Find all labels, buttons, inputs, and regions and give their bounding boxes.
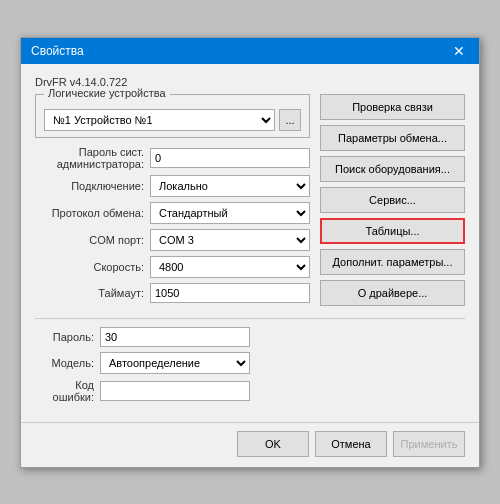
bottom-error-row: Код ошибки: [35, 379, 465, 403]
com-select-wrapper: COM 1 COM 2 COM 3 COM 4 [150, 229, 310, 251]
bottom-section: Пароль: Модель: Автоопределение Код ошиб… [35, 318, 465, 403]
device-select[interactable]: №1 Устройство №1 [44, 109, 275, 131]
exchange-params-button[interactable]: Параметры обмена... [320, 125, 465, 151]
device-row: №1 Устройство №1 ... [44, 109, 301, 131]
tables-button[interactable]: Таблицы... [320, 218, 465, 244]
device-dots-button[interactable]: ... [279, 109, 301, 131]
dialog-footer: OK Отмена Применить [21, 422, 479, 467]
speed-select[interactable]: 1200 2400 4800 9600 19200 38400 57600 11… [150, 256, 310, 278]
connection-select[interactable]: Локально Сеть [150, 175, 310, 197]
protocol-select[interactable]: Стандартный Расширенный [150, 202, 310, 224]
password-input[interactable] [150, 148, 310, 168]
add-params-button[interactable]: Дополнит. параметры... [320, 249, 465, 275]
right-panel: Проверка связи Параметры обмена... Поиск… [320, 94, 465, 308]
logical-devices-group: Логические устройства №1 Устройство №1 .… [35, 94, 310, 138]
protocol-select-wrapper: Стандартный Расширенный [150, 202, 310, 224]
title-bar: Свойства ✕ [21, 38, 479, 64]
connection-select-wrapper: Локально Сеть [150, 175, 310, 197]
connection-label: Подключение: [35, 180, 150, 192]
close-button[interactable]: ✕ [449, 44, 469, 58]
protocol-label: Протокол обмена: [35, 207, 150, 219]
dialog-body: DrvFR v4.14.0.722 Логические устройства … [21, 64, 479, 418]
com-select[interactable]: COM 1 COM 2 COM 3 COM 4 [150, 229, 310, 251]
bottom-model-select[interactable]: Автоопределение [100, 352, 250, 374]
bottom-password-label: Пароль: [35, 331, 100, 343]
bottom-model-label: Модель: [35, 357, 100, 369]
apply-button[interactable]: Применить [393, 431, 465, 457]
service-button[interactable]: Сервис... [320, 187, 465, 213]
cancel-button[interactable]: Отмена [315, 431, 387, 457]
connection-row: Подключение: Локально Сеть [35, 175, 310, 197]
ok-button[interactable]: OK [237, 431, 309, 457]
logical-devices-label: Логические устройства [44, 87, 170, 99]
about-driver-button[interactable]: О драйвере... [320, 280, 465, 306]
timeout-input[interactable] [150, 283, 310, 303]
timeout-label: Таймаут: [35, 287, 150, 299]
protocol-row: Протокол обмена: Стандартный Расширенный [35, 202, 310, 224]
dialog-window: Свойства ✕ DrvFR v4.14.0.722 Логические … [20, 37, 480, 468]
check-conn-button[interactable]: Проверка связи [320, 94, 465, 120]
bottom-error-input[interactable] [100, 381, 250, 401]
bottom-password-input[interactable] [100, 327, 250, 347]
bottom-error-label: Код ошибки: [35, 379, 100, 403]
password-row: Пароль сист. администратора: [35, 146, 310, 170]
left-panel: Логические устройства №1 Устройство №1 .… [35, 94, 310, 308]
speed-label: Скорость: [35, 261, 150, 273]
dialog-title: Свойства [31, 44, 84, 58]
speed-select-wrapper: 1200 2400 4800 9600 19200 38400 57600 11… [150, 256, 310, 278]
bottom-model-row: Модель: Автоопределение [35, 352, 465, 374]
speed-row: Скорость: 1200 2400 4800 9600 19200 3840… [35, 256, 310, 278]
com-row: COM порт: COM 1 COM 2 COM 3 COM 4 [35, 229, 310, 251]
password-label: Пароль сист. администратора: [35, 146, 150, 170]
bottom-password-row: Пароль: [35, 327, 465, 347]
timeout-row: Таймаут: [35, 283, 310, 303]
find-device-button[interactable]: Поиск оборудования... [320, 156, 465, 182]
main-content: Логические устройства №1 Устройство №1 .… [35, 94, 465, 308]
com-label: COM порт: [35, 234, 150, 246]
